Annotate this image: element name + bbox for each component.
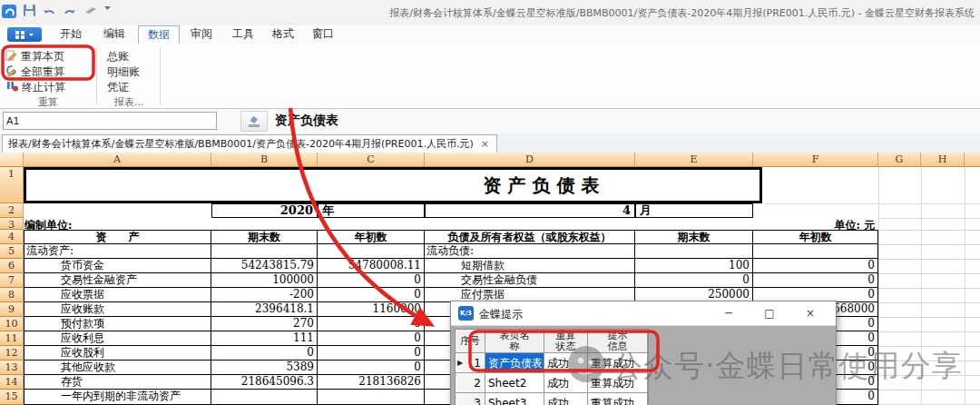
cell-liability-end-row7[interactable]: 0 [635, 273, 753, 288]
undo-icon[interactable] [43, 4, 56, 17]
cell-reference-box[interactable] [3, 112, 217, 130]
cell-asset-begin-row12[interactable]: 0 [318, 346, 425, 361]
cell-asset-begin-row7[interactable]: 0 [318, 273, 425, 288]
document-tab[interactable]: 报表/财务会计核算体系/金蝶云星空标准版/BBMB0001/资产负债表-2020… [2, 134, 497, 153]
row-header-15[interactable]: 15 [0, 390, 24, 405]
app-logo-icon[interactable] [2, 4, 17, 19]
column-header-F[interactable]: F [753, 153, 878, 167]
cell-asset-end-row13[interactable]: 5389 [211, 361, 318, 375]
cell-liability-name-row6[interactable]: 短期借款 [425, 259, 635, 273]
file-menu-button[interactable] [7, 27, 42, 42]
dialog-recalc-status-row2[interactable]: 成功 [544, 373, 588, 393]
dialog-col-header-4[interactable]: 提示信息 [588, 330, 648, 353]
dialog-row-number[interactable]: 3 [456, 393, 485, 405]
cell-asset-name-row11[interactable]: 应收利息 [24, 331, 211, 346]
ribbon-item-总账[interactable]: 总账 [107, 49, 129, 64]
cell-liability-begin-row7[interactable]: 0 [753, 273, 878, 288]
cell-asset-name-row7[interactable]: 交易性金融资产 [24, 273, 211, 288]
dialog-title-bar[interactable]: K/3 金蝶提示 ─ □ × [451, 301, 836, 326]
save-icon[interactable] [23, 4, 36, 17]
cell-asset-name-row9[interactable]: 应收账款 [24, 302, 211, 317]
cell-liability-name-row7[interactable]: 交易性金融负债 [425, 273, 635, 288]
stamp-icon[interactable] [240, 111, 268, 132]
formula-value[interactable]: 资产负债表 [275, 113, 338, 129]
row-header-12[interactable]: 12 [0, 346, 24, 361]
table-header-6[interactable]: 年初数 [753, 230, 878, 244]
row-header-1[interactable]: 1 [0, 167, 24, 203]
dialog-row-number[interactable]: ▶1 [456, 353, 485, 373]
cell-asset-end-row5[interactable] [211, 244, 318, 259]
maximize-button[interactable]: □ [757, 301, 782, 325]
menu-tab-3[interactable]: 数据 [138, 25, 180, 44]
cell-asset-name-row5[interactable]: 流动资产: [24, 244, 211, 259]
menu-tab-4[interactable]: 审阅 [181, 25, 221, 43]
column-header-A[interactable]: A [24, 153, 211, 167]
cell-asset-name-row12[interactable]: 应收股利 [24, 346, 211, 361]
close-button[interactable]: × [798, 301, 823, 325]
row-header-13[interactable]: 13 [0, 361, 24, 375]
ribbon-item-明细账[interactable]: 明细账 [107, 64, 140, 79]
table-header-5[interactable]: 期末数 [635, 230, 753, 244]
format-painter-icon[interactable] [83, 4, 98, 16]
dialog-sheet-name-row2[interactable]: Sheet2 [485, 373, 544, 393]
dialog-recalc-status-row1[interactable]: 成功 [544, 353, 588, 373]
cell-asset-begin-row10[interactable]: 0 [318, 317, 425, 331]
cell-liability-name-row5[interactable]: 流动负债: [425, 244, 635, 259]
ribbon-item-凭证[interactable]: 凭证 [107, 80, 129, 94]
column-header-D[interactable]: D [425, 153, 635, 167]
row-header-7[interactable]: 7 [0, 273, 24, 288]
cell-liability-end-row5[interactable] [635, 244, 753, 259]
column-header-G[interactable]: G [878, 153, 921, 167]
column-header-H[interactable]: H [921, 153, 965, 167]
cell-asset-end-row7[interactable]: 100000 [211, 273, 318, 288]
dialog-message-row3[interactable]: 重算成功 [588, 393, 648, 405]
cell-asset-name-row6[interactable]: 货币资金 [24, 259, 211, 273]
cell-liability-begin-row6[interactable]: 0 [753, 259, 878, 273]
dialog-message-row2[interactable]: 重算成功 [588, 373, 648, 393]
cell-asset-end-row9[interactable]: 2396418.1 [211, 302, 318, 317]
dialog-sheet-name-row1[interactable]: 资产负债表 [485, 353, 544, 373]
table-header-3[interactable]: 年初数 [318, 230, 425, 244]
cell-asset-name-row10[interactable]: 预付款项 [24, 317, 211, 331]
cell-asset-begin-row5[interactable] [318, 244, 425, 259]
row-header-6[interactable]: 6 [0, 259, 24, 273]
cell-B2-year[interactable]: 2020 [211, 203, 318, 218]
dialog-col-header-3[interactable]: 重算状态 [544, 330, 588, 353]
row-header-4[interactable]: 4 [0, 230, 24, 244]
cell-asset-begin-row6[interactable]: 54780008.11 [318, 259, 425, 273]
menu-tab-2[interactable]: 编辑 [94, 25, 134, 43]
cell-asset-begin-row11[interactable]: 0 [318, 331, 425, 346]
redo-icon[interactable] [63, 4, 76, 17]
ribbon-item-重算本页[interactable]: 重算本页 [5, 49, 64, 64]
table-header-4[interactable]: 负债及所有者权益（或股东权益） [425, 230, 635, 244]
row-header-2[interactable]: 2 [0, 203, 24, 218]
cell-asset-name-row14[interactable]: 存货 [24, 375, 211, 390]
menu-tab-5[interactable]: 工具 [225, 25, 261, 43]
select-all-corner[interactable] [0, 153, 24, 167]
cell-asset-end-row11[interactable]: 111 [211, 331, 318, 346]
cell-liability-end-row6[interactable]: 100 [635, 259, 753, 273]
cell-asset-begin-row14[interactable]: 218136826 [318, 375, 425, 390]
row-header-14[interactable]: 14 [0, 375, 24, 390]
cell-asset-begin-row13[interactable]: 0 [318, 361, 425, 375]
cell-asset-end-row12[interactable]: 0 [211, 346, 318, 361]
tab-close-icon[interactable]: × [481, 138, 489, 150]
minimize-button[interactable]: ─ [716, 301, 741, 325]
dialog-recalc-status-row3[interactable]: 成功 [544, 393, 588, 405]
dialog-message-row1[interactable]: 重算成功 [588, 353, 648, 373]
cell-asset-end-row8[interactable]: -200 [211, 288, 318, 302]
column-header-B[interactable]: B [211, 153, 318, 167]
row-header-5[interactable]: 5 [0, 244, 24, 259]
cell-asset-name-row8[interactable]: 应收票据 [24, 288, 211, 302]
cell-asset-end-row14[interactable]: 218645096.3 [211, 375, 318, 390]
cell-asset-end-row10[interactable]: 270 [211, 317, 318, 331]
ribbon-item-终止计算[interactable]: 终止计算 [5, 80, 65, 94]
row-header-3[interactable]: 3 [0, 218, 24, 230]
quick-access-dropdown-icon[interactable] [103, 4, 112, 12]
column-header-C[interactable]: C [318, 153, 425, 167]
menu-tab-1[interactable]: 开始 [51, 25, 91, 43]
cell-asset-begin-row9[interactable]: 1160000 [318, 302, 425, 317]
cell-D2-month[interactable]: 4 [425, 203, 635, 218]
cell-A3-prepared-label[interactable]: 编制单位: [24, 219, 206, 230]
cell-liability-begin-row5[interactable] [753, 244, 878, 259]
